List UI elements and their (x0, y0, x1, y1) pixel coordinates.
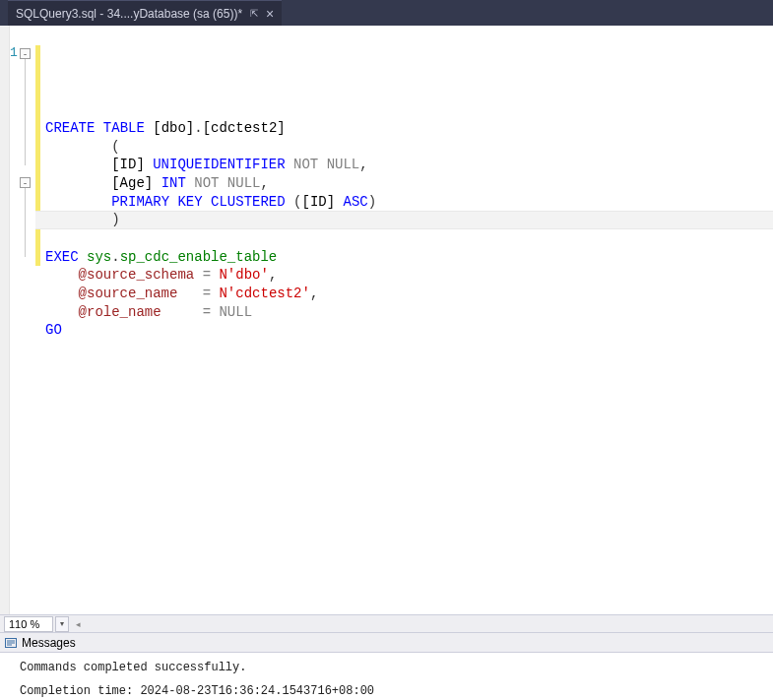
code-line[interactable]: [ID] UNIQUEIDENTIFIER NOT NULL, (45, 156, 773, 174)
messages-tab-header[interactable]: Messages (0, 633, 773, 653)
code-editor[interactable]: 1 -- CREATE TABLE [dbo].[cdctest2] ( [ID… (0, 26, 773, 614)
messages-label: Messages (22, 636, 76, 650)
zoom-value: 110 % (9, 618, 39, 630)
fold-toggle[interactable]: - (20, 48, 31, 59)
file-tab[interactable]: SQLQuery3.sql - 34....yDatabase (sa (65)… (8, 0, 282, 26)
close-icon[interactable]: × (266, 7, 274, 21)
code-line[interactable]: GO (45, 321, 773, 340)
fold-toggle[interactable]: - (20, 177, 31, 188)
tab-bar: SQLQuery3.sql - 34....yDatabase (sa (65)… (0, 0, 773, 26)
code-content[interactable]: CREATE TABLE [dbo].[cdctest2] ( [ID] UNI… (35, 26, 773, 614)
messages-line: Completion time: 2024-08-23T16:36:24.154… (20, 684, 753, 698)
code-line[interactable]: ( (45, 138, 773, 157)
code-line[interactable]: [Age] INT NOT NULL, (45, 174, 773, 193)
zoom-input[interactable]: 110 % (4, 616, 53, 632)
code-line[interactable]: @source_name = N'cdctest2', (45, 285, 773, 303)
chevron-down-icon: ▾ (60, 619, 64, 628)
code-line[interactable] (45, 229, 773, 248)
code-line[interactable]: CREATE TABLE [dbo].[cdctest2] (45, 119, 773, 138)
code-line[interactable]: ) (45, 211, 773, 229)
zoom-toolbar: 110 % ▾ ◂ (0, 614, 773, 633)
fold-gutter[interactable]: -- (18, 26, 35, 614)
fold-guide (25, 59, 26, 165)
line-number-gutter: 1 (10, 26, 18, 614)
messages-output[interactable]: Commands completed successfully. Complet… (0, 653, 773, 700)
breakpoint-gutter[interactable] (0, 26, 10, 614)
code-line[interactable]: PRIMARY KEY CLUSTERED ([ID] ASC) (45, 193, 773, 212)
zoom-dropdown[interactable]: ▾ (55, 616, 69, 632)
fold-guide (25, 188, 26, 257)
code-line[interactable]: @source_schema = N'dbo', (45, 266, 773, 285)
code-line[interactable]: EXEC sys.sp_cdc_enable_table (45, 248, 773, 267)
code-line[interactable]: @role_name = NULL (45, 303, 773, 322)
line-number: 1 (10, 45, 18, 60)
pin-icon[interactable]: ⇱ (250, 8, 258, 19)
messages-line: Commands completed successfully. (20, 661, 753, 674)
scroll-left-icon[interactable]: ◂ (71, 617, 85, 631)
messages-icon (4, 636, 18, 650)
tab-title: SQLQuery3.sql - 34....yDatabase (sa (65)… (16, 7, 242, 21)
